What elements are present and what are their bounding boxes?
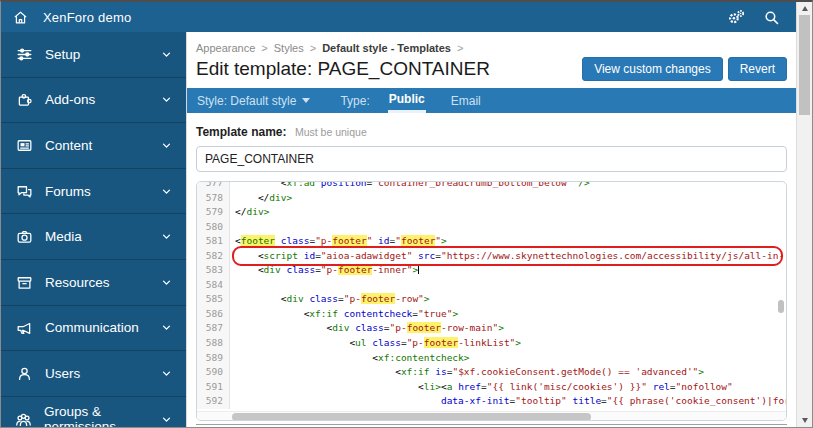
app-window: XenForo demo SetupAdd-onsContentForumsMe… (0, 0, 813, 428)
view-custom-changes-button[interactable]: View custom changes (582, 57, 723, 81)
app-title: XenForo demo (43, 10, 131, 25)
breadcrumb-separator: > (457, 42, 463, 54)
breadcrumb-item[interactable]: Styles (274, 42, 304, 54)
style-selector-label: Style: Default style (197, 94, 296, 108)
line-number: 592 (197, 394, 230, 409)
sidebar-item-media[interactable]: Media (1, 214, 186, 260)
line-number: 587 (197, 321, 230, 336)
breadcrumb-item[interactable]: Appearance (196, 42, 255, 54)
scroll-up-arrow-icon[interactable] (797, 2, 812, 15)
chevron-down-icon (160, 93, 173, 106)
line-number: 582 (197, 249, 230, 264)
style-selector-dropdown[interactable]: Style: Default style (197, 88, 310, 113)
code-editor[interactable]: 577 <xf:ad position="container_breadcrum… (196, 181, 787, 421)
code-text: <xf:contentcheck> (230, 351, 470, 366)
revert-button[interactable]: Revert (728, 57, 787, 81)
code-text: <footer class="p-footer" id="footer"> (230, 234, 447, 249)
breadcrumb-separator: > (261, 42, 267, 54)
code-text: </div> (230, 205, 269, 220)
code-line-583: 583 <div class="p-footer-inner"> (197, 263, 786, 278)
chevron-down-icon (160, 413, 173, 426)
sidebar-item-label: Media (45, 229, 82, 244)
sidebar-item-communication[interactable]: Communication (1, 306, 186, 352)
chevron-down-icon (160, 139, 173, 152)
home-icon[interactable] (12, 9, 29, 26)
chevron-down-icon (160, 230, 173, 243)
code-line-587: 587 <div class="p-footer-row-main"> (197, 321, 786, 336)
breadcrumb: Appearance>Styles>Default style - Templa… (187, 32, 796, 54)
browser-scrollbar[interactable] (796, 2, 812, 427)
search-icon[interactable] (763, 9, 780, 26)
template-name-input[interactable] (196, 146, 787, 172)
page-title: Edit template: PAGE_CONTAINER (196, 58, 490, 80)
sidebar-item-resources[interactable]: Resources (1, 260, 186, 306)
code-pane[interactable]: 577 <xf:ad position="container_breadcrum… (197, 182, 786, 411)
sidebar-item-users[interactable]: Users (1, 351, 186, 397)
scroll-down-arrow-icon[interactable] (797, 414, 812, 427)
code-line-580: 580 (197, 220, 786, 235)
chevron-down-icon (302, 98, 310, 103)
code-line-577: 577 <xf:ad position="container_breadcrum… (197, 182, 786, 191)
code-text (230, 220, 235, 235)
chevron-down-icon (160, 367, 173, 380)
code-text: <li><a href="{{ link('misc/cookies') }}"… (230, 380, 733, 395)
code-line-592: 592 data-xf-init="tooltip" title="{{ phr… (197, 394, 786, 409)
code-text: <xf:ad position="container_breadcrumb_bo… (230, 182, 590, 191)
line-number: 578 (197, 191, 230, 206)
breadcrumb-separator: > (310, 42, 316, 54)
code-line-586: 586 <xf:if contentcheck="true"> (197, 307, 786, 322)
code-line-588: 588 <ul class="p-footer-linkList"> (197, 336, 786, 351)
line-number: 580 (197, 220, 230, 235)
code-text: <xf:if contentcheck="true"> (230, 307, 458, 322)
sidebar-item-content[interactable]: Content (1, 123, 186, 169)
code-text: <div class="p-footer-inner"> (230, 263, 419, 278)
line-number: 591 (197, 380, 230, 395)
template-name-field-group: Template name: Must be unique (187, 113, 796, 172)
sidebar-item-label: Forums (45, 184, 91, 199)
chevron-down-icon (160, 276, 173, 289)
tab-email[interactable]: Email (450, 88, 482, 113)
comments-icon (14, 182, 34, 201)
megaphone-icon (14, 318, 34, 337)
code-text: <ul class="p-footer-linkList"> (230, 336, 521, 351)
line-number: 588 (197, 336, 230, 351)
line-number: 584 (197, 278, 230, 293)
code-text: </div> (230, 191, 292, 206)
line-number: 590 (197, 365, 230, 380)
code-line-590: 590 <xf:if is="$xf.cookieConsent.getMode… (197, 365, 786, 380)
sidebar-item-add-ons[interactable]: Add-ons (1, 78, 186, 124)
editor-horizontal-scrollbar[interactable] (197, 411, 786, 421)
sidebar-item-label: Content (45, 138, 92, 153)
cut-off-content (196, 424, 787, 427)
template-name-hint: Must be unique (295, 126, 367, 138)
line-number: 581 (197, 234, 230, 249)
breadcrumb-item[interactable]: Default style - Templates (322, 42, 451, 54)
sidebar-item-label: Users (45, 366, 80, 381)
code-line-578: 578 </div> (197, 191, 786, 206)
sidebar-item-groups-permissions[interactable]: Groups & permissions (1, 397, 186, 427)
tab-public[interactable]: Public (388, 88, 426, 113)
code-line-584: 584 (197, 278, 786, 293)
line-number: 585 (197, 292, 230, 307)
code-text: data-xf-init="tooltip" title="{{ phrase(… (230, 394, 786, 409)
line-number: 583 (197, 263, 230, 278)
code-line-582: 582 <script id="aioa-adawidget" src="htt… (197, 249, 786, 264)
sidebar-item-forums[interactable]: Forums (1, 169, 186, 215)
template-name-label: Template name: (196, 125, 286, 139)
page-header: Edit template: PAGE_CONTAINER View custo… (187, 54, 796, 88)
gears-icon[interactable] (726, 7, 746, 27)
code-text: <div class="p-footer-row"> (230, 292, 430, 307)
code-line-585: 585 <div class="p-footer-row"> (197, 292, 786, 307)
sidebar-item-setup[interactable]: Setup (1, 32, 186, 78)
browser-scrollbar-thumb[interactable] (799, 15, 810, 115)
header-buttons: View custom changesRevert (582, 57, 787, 81)
type-label: Type: (340, 88, 369, 113)
line-number: 579 (197, 205, 230, 220)
top-bar: XenForo demo (1, 2, 797, 32)
editor-horizontal-scrollbar-thumb[interactable] (232, 413, 591, 421)
sidebar-item-label: Add-ons (45, 92, 95, 107)
code-text: <div class="p-footer-row-main"> (230, 321, 504, 336)
editor-vertical-scrollbar[interactable] (778, 300, 784, 313)
line-number: 589 (197, 351, 230, 366)
code-text: <xf:if is="$xf.cookieConsent.getMode() =… (230, 365, 704, 380)
